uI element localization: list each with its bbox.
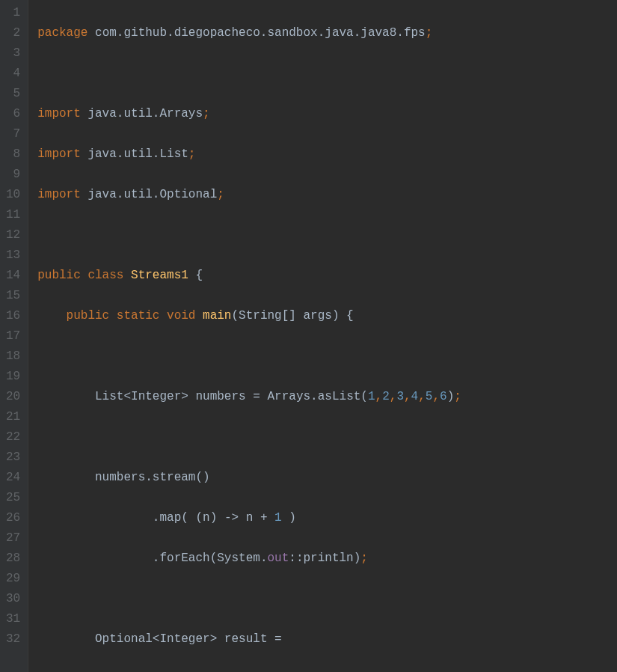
line-number: 30 xyxy=(6,589,20,609)
line-number: 18 xyxy=(6,346,20,367)
line-number: 2 xyxy=(6,23,20,43)
line-number: 23 xyxy=(6,448,20,468)
line-number: 13 xyxy=(6,245,20,266)
code-line[interactable]: public class Streams1 { xyxy=(37,266,617,286)
line-number: 16 xyxy=(6,306,20,326)
line-number: 17 xyxy=(6,326,20,346)
line-number: 4 xyxy=(6,64,20,84)
code-line[interactable]: Optional<Integer> result = xyxy=(37,629,617,650)
line-number: 7 xyxy=(6,124,20,144)
line-number-gutter: 1 2 3 4 5 6 7 8 9 10 11 12 13 14 15 16 1… xyxy=(0,0,28,672)
line-number: 27 xyxy=(6,528,20,549)
line-number: 24 xyxy=(6,468,20,488)
code-line[interactable]: import java.util.Arrays; xyxy=(37,104,617,124)
code-line[interactable]: .forEach(System.out::println); xyxy=(37,549,617,569)
line-number: 5 xyxy=(6,84,20,104)
code-line[interactable] xyxy=(37,427,617,448)
code-line[interactable]: numbers.stream() xyxy=(37,468,617,488)
code-line[interactable]: public static void main(String[] args) { xyxy=(37,306,617,326)
line-number: 25 xyxy=(6,488,20,508)
line-number: 14 xyxy=(6,266,20,286)
line-number: 28 xyxy=(6,549,20,569)
line-number: 1 xyxy=(6,3,20,23)
line-number: 8 xyxy=(6,144,20,165)
line-number: 11 xyxy=(6,205,20,225)
line-number: 22 xyxy=(6,427,20,448)
code-line[interactable] xyxy=(37,589,617,609)
line-number: 6 xyxy=(6,104,20,124)
line-number: 21 xyxy=(6,407,20,427)
line-number: 32 xyxy=(6,629,20,650)
code-editor[interactable]: package com.github.diegopacheco.sandbox.… xyxy=(28,0,617,672)
code-line[interactable]: import java.util.Optional; xyxy=(37,185,617,205)
code-line[interactable] xyxy=(37,64,617,84)
line-number: 3 xyxy=(6,43,20,64)
code-line[interactable] xyxy=(37,225,617,245)
line-number: 29 xyxy=(6,569,20,589)
line-number: 12 xyxy=(6,225,20,245)
code-line[interactable] xyxy=(37,346,617,367)
line-number: 19 xyxy=(6,367,20,387)
code-line[interactable]: List<Integer> numbers = Arrays.asList(1,… xyxy=(37,387,617,407)
line-number: 31 xyxy=(6,609,20,629)
line-number: 20 xyxy=(6,387,20,407)
line-number: 10 xyxy=(6,185,20,205)
line-number: 26 xyxy=(6,508,20,528)
code-line[interactable]: import java.util.List; xyxy=(37,144,617,165)
code-line[interactable]: package com.github.diegopacheco.sandbox.… xyxy=(37,23,617,43)
code-line[interactable]: .map( (n) -> n + 1 ) xyxy=(37,508,617,528)
line-number: 9 xyxy=(6,165,20,185)
line-number: 15 xyxy=(6,286,20,306)
